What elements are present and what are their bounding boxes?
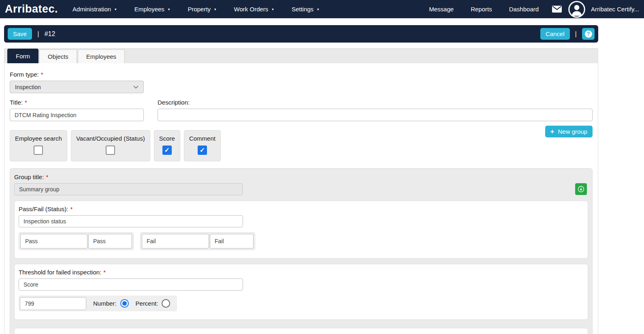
score-checkbox[interactable]: ✓ xyxy=(162,146,172,155)
nav-item-label: Administration xyxy=(73,6,111,13)
nav-item-administration[interactable]: Administration ▾ xyxy=(73,6,117,13)
brand-logo[interactable]: Arribatec. xyxy=(5,3,58,15)
account-name[interactable]: Arribatec Certify... xyxy=(591,6,639,13)
group-title-label: Group title:* xyxy=(14,173,588,180)
option-score[interactable]: Score ✓ xyxy=(154,130,180,161)
required-marker: * xyxy=(46,173,48,180)
title-input[interactable] xyxy=(10,109,144,121)
title-description-row: Title:* Description: xyxy=(10,99,593,121)
question-icon: ? xyxy=(585,30,592,38)
option-label: Comment xyxy=(189,135,215,142)
threshold-amount-input[interactable] xyxy=(20,297,86,310)
title-field: Title:* xyxy=(10,99,144,121)
group-title-input[interactable] xyxy=(14,183,243,195)
pass-fail-input[interactable] xyxy=(19,215,243,227)
chevron-down-icon: ▾ xyxy=(272,8,274,11)
pass-fail-card: Pass/Fail (Status):* xyxy=(14,201,588,259)
new-group-label: New group xyxy=(558,128,587,135)
form-type-select[interactable]: Inspection xyxy=(10,81,144,93)
option-employee-search[interactable]: Employee search ✓ xyxy=(10,130,67,161)
vacant-occupied-checkbox[interactable]: ✓ xyxy=(106,146,115,155)
title-label: Title:* xyxy=(10,99,144,106)
option-label: Vacant/Occupied (Status) xyxy=(76,135,145,142)
form-type-label: Form type:* xyxy=(10,71,593,78)
nav-item-label: Settings xyxy=(292,6,313,13)
check-icon: ✓ xyxy=(164,147,170,154)
tab-bar: Form Objects Employees xyxy=(4,48,598,63)
required-marker: * xyxy=(41,71,43,78)
threshold-card: Threshold for failed inspection:* Number… xyxy=(14,264,588,320)
comment-checkbox[interactable]: ✓ xyxy=(198,146,207,155)
fail-label-input[interactable] xyxy=(210,234,254,248)
nav-item-work-orders[interactable]: Work Orders ▾ xyxy=(234,6,274,13)
tab-objects[interactable]: Objects xyxy=(39,49,77,63)
threshold-label: Threshold for failed inspection:* xyxy=(19,269,584,276)
chevron-down-icon: ▾ xyxy=(115,8,117,11)
circle-arrow-down-icon xyxy=(578,186,584,193)
status-pair-pass xyxy=(19,232,134,250)
option-comment[interactable]: Comment ✓ xyxy=(184,130,221,161)
options-row: Employee search ✓ Vacant/Occupied (Statu… xyxy=(10,130,593,161)
pass-fail-label: Pass/Fail (Status):* xyxy=(19,206,584,212)
group-panel: Group title:* Pass/Fail (Status):* xyxy=(10,168,593,334)
status-pair-fail xyxy=(140,232,255,250)
option-vacant-occupied[interactable]: Vacant/Occupied (Status) ✓ xyxy=(71,130,150,161)
comment-card: Comment:* xyxy=(14,328,588,334)
record-id: #12 xyxy=(45,30,55,38)
pass-value-input[interactable] xyxy=(20,234,87,248)
tab-form[interactable]: Form xyxy=(7,49,38,63)
nav-item-settings[interactable]: Settings ▾ xyxy=(292,6,319,13)
chevron-down-icon: ▾ xyxy=(317,8,319,11)
toolbar-divider: | xyxy=(37,30,39,38)
number-radio[interactable] xyxy=(120,299,129,308)
chevron-down-icon: ▾ xyxy=(168,8,170,11)
mail-icon[interactable] xyxy=(552,6,562,13)
threshold-settings-row: Number: Percent: xyxy=(19,295,177,311)
group-title-row xyxy=(14,183,588,195)
action-toolbar: Save | #12 Cancel | ? xyxy=(4,25,598,43)
nav-item-employees[interactable]: Employees ▾ xyxy=(134,6,170,13)
threshold-title-input[interactable] xyxy=(19,278,243,291)
employee-search-checkbox[interactable]: ✓ xyxy=(34,146,43,155)
nav-link-message[interactable]: Message xyxy=(429,6,454,13)
chevron-down-icon xyxy=(133,86,139,89)
required-marker: * xyxy=(25,99,27,106)
required-marker: * xyxy=(103,269,106,276)
option-label: Employee search xyxy=(15,135,62,142)
pass-label-input[interactable] xyxy=(88,234,132,248)
nav-item-label: Employees xyxy=(134,6,164,13)
help-button[interactable]: ? xyxy=(582,28,595,40)
status-pairs-row xyxy=(19,232,584,250)
select-value: Inspection xyxy=(15,84,41,90)
form-content: Form type:* Inspection Title:* Descripti… xyxy=(4,63,598,334)
nav-link-dashboard[interactable]: Dashboard xyxy=(509,6,539,13)
nav-item-property[interactable]: Property ▾ xyxy=(188,6,216,13)
user-avatar[interactable] xyxy=(568,1,585,18)
required-marker: * xyxy=(70,206,73,212)
description-input[interactable] xyxy=(158,109,593,121)
main-container: Form Objects Employees Form type:* Inspe… xyxy=(4,48,598,334)
move-group-down-button[interactable] xyxy=(575,183,587,195)
percent-radio[interactable] xyxy=(162,299,170,308)
nav-item-label: Property xyxy=(188,6,211,13)
chevron-down-icon: ▾ xyxy=(214,8,216,11)
plus-icon: + xyxy=(550,128,554,135)
description-field: Description: xyxy=(158,99,593,121)
cancel-button[interactable]: Cancel xyxy=(540,28,570,40)
description-label: Description: xyxy=(158,99,593,106)
fail-value-input[interactable] xyxy=(142,234,209,248)
option-label: Score xyxy=(159,135,175,142)
nav-link-reports[interactable]: Reports xyxy=(471,6,492,13)
new-group-button[interactable]: + New group xyxy=(545,126,593,137)
nav-item-label: Work Orders xyxy=(234,6,269,13)
number-radio-label: Number: xyxy=(93,300,117,307)
tab-employees[interactable]: Employees xyxy=(78,49,125,63)
check-icon: ✓ xyxy=(200,147,205,154)
save-button[interactable]: Save xyxy=(8,28,32,40)
toolbar-divider: | xyxy=(575,30,577,38)
top-navbar: Arribatec. Administration ▾ Employees ▾ … xyxy=(0,0,644,18)
percent-radio-label: Percent: xyxy=(136,300,158,307)
